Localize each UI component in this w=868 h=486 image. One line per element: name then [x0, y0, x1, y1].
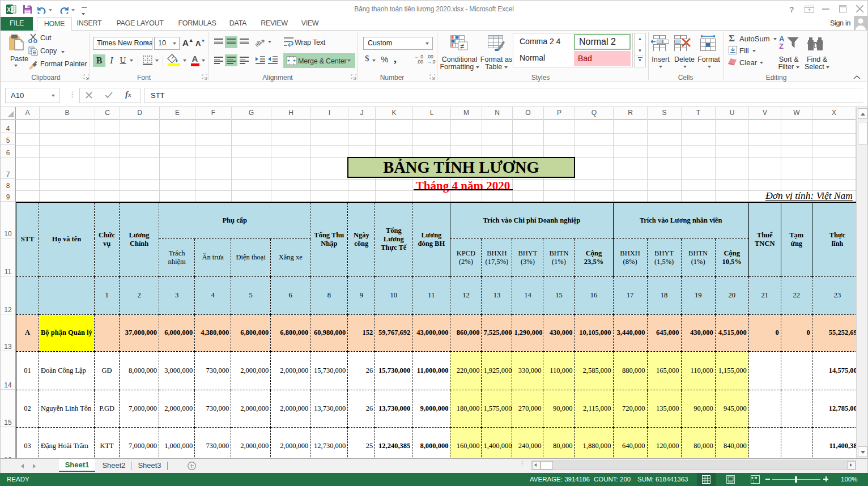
svg-text:≠: ≠ — [460, 42, 464, 50]
